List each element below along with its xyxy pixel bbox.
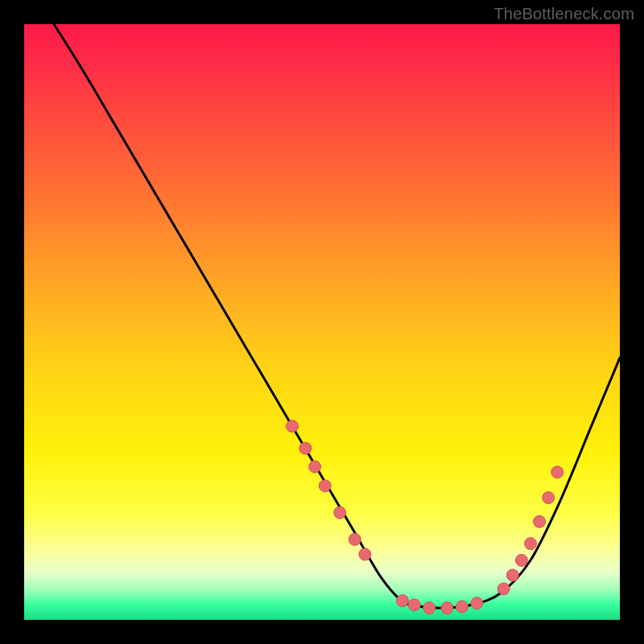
highlight-dot — [456, 601, 468, 613]
highlight-dot — [515, 555, 527, 567]
highlight-dot — [287, 420, 299, 432]
highlight-dot — [506, 569, 518, 581]
plot-area — [24, 24, 620, 620]
highlight-dot — [423, 602, 436, 614]
highlight-dot — [525, 538, 537, 550]
highlight-dot — [497, 583, 510, 595]
highlight-dot — [534, 515, 546, 527]
chart-stage: TheBottleneck.com — [0, 0, 644, 644]
chart-svg — [24, 24, 620, 620]
highlight-dot — [334, 506, 346, 518]
dots-layer — [287, 420, 564, 614]
highlight-dot — [309, 460, 321, 473]
highlight-dot — [408, 599, 420, 611]
highlight-dot — [319, 480, 331, 492]
highlight-dot — [349, 534, 361, 546]
highlight-dot — [551, 466, 564, 478]
highlight-dot — [359, 548, 371, 560]
highlight-dot — [299, 442, 312, 454]
highlight-dot — [396, 595, 408, 607]
watermark-text: TheBottleneck.com — [493, 5, 634, 23]
highlight-dot — [471, 597, 483, 609]
highlight-dot — [543, 492, 555, 504]
highlight-dot — [441, 602, 453, 614]
